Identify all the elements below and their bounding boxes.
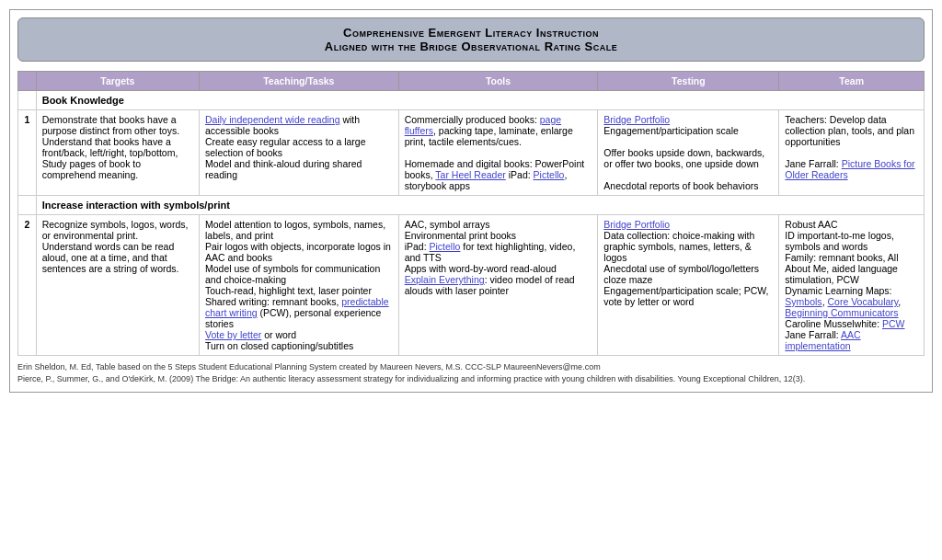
footer-line2: Pierce, P., Summer, G., and O'deKirk, M.… [17, 373, 925, 385]
targets-cell: Recognize symbols, logos, words, or envi… [36, 215, 199, 356]
section-header-row: Increase interaction with symbols/print [18, 196, 925, 215]
section-header-cell: Increase interaction with symbols/print [36, 196, 924, 215]
col-header-testing: Testing [598, 72, 779, 91]
tasks-cell: Daily independent wide reading with acce… [199, 110, 398, 196]
col-header-tools: Tools [398, 72, 598, 91]
tasks-cell: Model attention to logos, symbols, names… [199, 215, 398, 356]
title-box: Comprehensive Emergent Literacy Instruct… [17, 17, 925, 62]
col-header-team: Team [779, 72, 925, 91]
testing-cell: Bridge PortfolioData collection: choice-… [598, 215, 779, 356]
tools-cell: AAC, symbol arraysEnvironmental print bo… [398, 215, 598, 356]
table-row: 2Recognize symbols, logos, words, or env… [18, 215, 925, 356]
page-wrapper: Comprehensive Emergent Literacy Instruct… [9, 9, 933, 393]
col-header-num [18, 72, 37, 91]
footer: Erin Sheldon, M. Ed, Table based on the … [17, 361, 925, 384]
row-number: 2 [18, 215, 37, 356]
footer-line1: Erin Sheldon, M. Ed, Table based on the … [17, 361, 925, 373]
title-line2: Aligned with the Bridge Observational Ra… [37, 40, 905, 53]
col-header-tasks: Teaching/Tasks [199, 72, 398, 91]
section-header-row: Book Knowledge [18, 91, 925, 110]
tools-cell: Commercially produced books: page fluffe… [398, 110, 598, 196]
section-header-cell: Book Knowledge [36, 91, 924, 110]
title-line1: Comprehensive Emergent Literacy Instruct… [37, 26, 905, 40]
team-cell: Teachers: Develop data collection plan, … [779, 110, 925, 196]
table-row: 1Demonstrate that books have a purpose d… [18, 110, 925, 196]
row-number: 1 [18, 110, 37, 196]
main-table: Targets Teaching/Tasks Tools Testing Tea… [17, 71, 925, 356]
team-cell: Robust AACID important-to-me logos, symb… [779, 215, 925, 356]
targets-cell: Demonstrate that books have a purpose di… [36, 110, 199, 196]
col-header-targets: Targets [36, 72, 199, 91]
testing-cell: Bridge PortfolioEngagement/participation… [598, 110, 779, 196]
